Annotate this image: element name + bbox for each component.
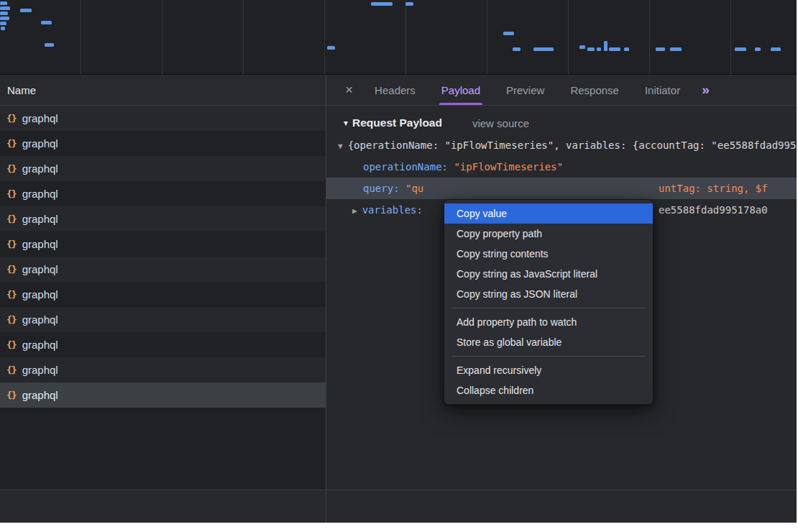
- context-menu: Copy valueCopy property pathCopy string …: [444, 199, 653, 405]
- request-payload-title: Request Payload: [352, 116, 442, 129]
- network-request-row[interactable]: {}graphql: [0, 332, 326, 357]
- request-name: graphql: [22, 288, 58, 301]
- request-timeline-bar: [405, 2, 413, 6]
- request-name: graphql: [22, 162, 58, 175]
- network-request-row[interactable]: {}graphql: [0, 206, 326, 231]
- menu-item-add-property-path-to-watch[interactable]: Add property path to watch: [444, 312, 653, 332]
- request-timeline-bar: [604, 41, 607, 51]
- menu-item-copy-string-as-json-literal[interactable]: Copy string as JSON literal: [444, 284, 653, 304]
- network-request-row[interactable]: {}graphql: [0, 282, 326, 307]
- property-value: "ipFlowTimeseries": [454, 161, 563, 173]
- query-property-row[interactable]: query: "qu untTag: string, $f: [326, 178, 797, 199]
- tab-headers[interactable]: Headers: [375, 75, 416, 105]
- request-timeline-bar: [670, 47, 682, 51]
- detail-tabs-bar: × HeadersPayloadPreviewResponseInitiator…: [326, 75, 797, 105]
- overflow-tabs-icon[interactable]: »: [702, 82, 710, 98]
- close-icon[interactable]: ×: [345, 82, 353, 98]
- property-key: operationName:: [363, 161, 454, 173]
- request-timeline-bar: [579, 45, 585, 49]
- name-column-header[interactable]: Name: [7, 84, 36, 96]
- request-name: graphql: [22, 137, 58, 150]
- property-preview-continued: ee5588fdad995178a0: [659, 199, 768, 221]
- menu-item-copy-string-contents[interactable]: Copy string contents: [444, 244, 653, 264]
- tabs-list: HeadersPayloadPreviewResponseInitiator: [362, 75, 693, 105]
- request-timeline-bar: [327, 46, 335, 50]
- network-request-row[interactable]: {}graphql: [0, 257, 326, 282]
- request-payload-section-header: ▾ Request Payload view source: [326, 106, 797, 134]
- property-value-continued: untTag: string, $f: [659, 178, 768, 199]
- collapsed-arrow-icon[interactable]: ▶: [352, 206, 357, 216]
- request-name: graphql: [22, 339, 58, 351]
- view-source-link[interactable]: view source: [472, 117, 529, 129]
- menu-divider: [452, 356, 645, 357]
- request-name: graphql: [22, 238, 58, 250]
- request-timeline-bar: [45, 43, 54, 47]
- expanded-arrow-icon[interactable]: ▼: [338, 142, 343, 151]
- network-request-row[interactable]: {}graphql: [0, 231, 326, 257]
- operation-name-property-row[interactable]: operationName: "ipFlowTimeseries": [326, 156, 797, 178]
- request-timeline-bar: [587, 47, 595, 51]
- fetch-icon: {}: [6, 390, 17, 400]
- menu-item-copy-string-as-javascript-literal[interactable]: Copy string as JavaScript literal: [444, 264, 653, 284]
- menu-item-copy-property-path[interactable]: Copy property path: [444, 224, 653, 244]
- header-band: Name × HeadersPayloadPreviewResponseInit…: [0, 75, 797, 106]
- network-request-row[interactable]: {}graphql: [0, 156, 326, 181]
- request-timeline-bar: [771, 47, 781, 51]
- fetch-icon: {}: [6, 314, 17, 325]
- status-bar: [0, 490, 797, 523]
- request-timeline-bar: [20, 9, 32, 12]
- request-timeline-bar: [0, 17, 9, 20]
- panel-divider[interactable]: [326, 75, 326, 523]
- request-timeline-bar: [0, 22, 6, 25]
- tab-preview[interactable]: Preview: [506, 75, 544, 105]
- request-name: graphql: [22, 188, 58, 200]
- request-timeline-bar: [597, 47, 601, 51]
- root-object-preview: {operationName: "ipFlowTimeseries", vari…: [348, 139, 797, 151]
- menu-item-expand-recursively[interactable]: Expand recursively: [444, 360, 653, 380]
- request-timeline-bar: [371, 2, 393, 6]
- root-object-row[interactable]: ▼{operationName: "ipFlowTimeseries", var…: [326, 134, 797, 156]
- tab-payload[interactable]: Payload: [441, 75, 480, 105]
- network-request-row[interactable]: {}graphql: [0, 307, 326, 332]
- request-timeline-bar: [755, 47, 761, 51]
- request-name: graphql: [22, 112, 58, 124]
- tab-initiator[interactable]: Initiator: [645, 75, 680, 105]
- fetch-icon: {}: [6, 113, 17, 124]
- request-timeline-bar: [609, 47, 620, 51]
- fetch-icon: {}: [6, 163, 17, 174]
- fetch-icon: {}: [6, 214, 17, 224]
- property-value-start: "qu: [405, 183, 423, 194]
- fetch-icon: {}: [6, 339, 17, 350]
- request-timeline-bar: [735, 47, 746, 51]
- network-overview-timeline[interactable]: [0, 0, 797, 75]
- fetch-icon: {}: [6, 138, 17, 149]
- request-timeline-bar: [0, 12, 8, 15]
- devtools-window: Name × HeadersPayloadPreviewResponseInit…: [0, 0, 797, 523]
- network-request-row[interactable]: {}graphql: [0, 131, 326, 156]
- fetch-icon: {}: [6, 289, 17, 300]
- fetch-icon: {}: [6, 264, 17, 275]
- network-request-row[interactable]: {}graphql: [0, 106, 326, 131]
- property-key: query:: [363, 183, 405, 194]
- menu-item-copy-value[interactable]: Copy value: [444, 203, 653, 224]
- request-timeline-bar: [624, 47, 629, 51]
- network-request-list: {}graphql{}graphql{}graphql{}graphql{}gr…: [0, 106, 326, 408]
- request-timeline-bar: [1, 27, 5, 30]
- menu-item-collapse-children[interactable]: Collapse children: [444, 380, 653, 400]
- property-key: variables:: [362, 204, 423, 216]
- fetch-icon: {}: [6, 239, 17, 249]
- request-timeline-bar: [503, 32, 514, 35]
- tab-response[interactable]: Response: [570, 75, 619, 105]
- request-timeline-bar: [533, 47, 554, 51]
- request-timeline-bar: [0, 1, 7, 5]
- network-request-row[interactable]: {}graphql: [0, 357, 326, 382]
- fetch-icon: {}: [6, 188, 17, 199]
- request-timeline-bar: [0, 6, 10, 10]
- menu-item-store-as-global-variable[interactable]: Store as global variable: [444, 332, 653, 352]
- request-name: graphql: [22, 389, 58, 401]
- request-timeline-bar: [656, 47, 665, 51]
- network-request-row[interactable]: {}graphql: [0, 382, 326, 408]
- network-request-row[interactable]: {}graphql: [0, 181, 326, 206]
- section-collapse-icon[interactable]: ▾: [344, 118, 348, 128]
- request-name: graphql: [22, 263, 58, 275]
